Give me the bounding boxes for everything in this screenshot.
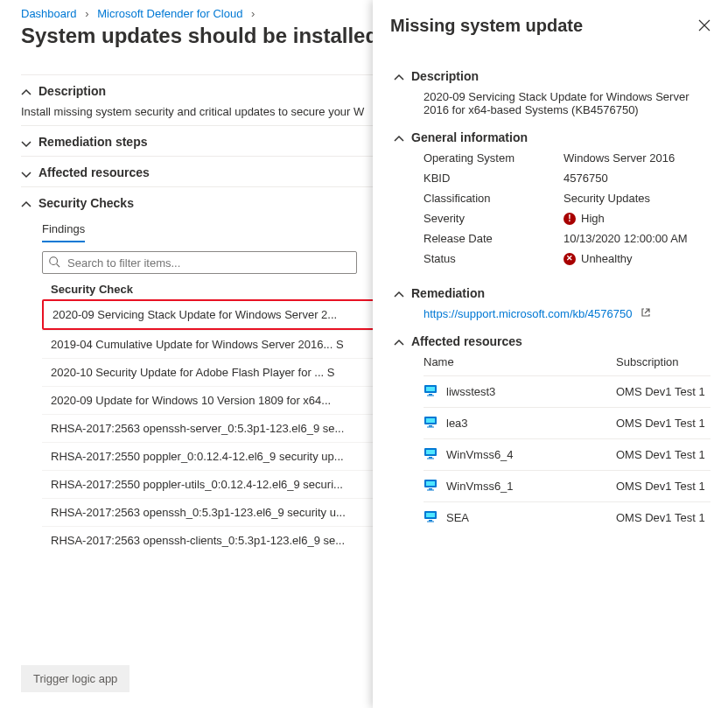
chevron-up-icon xyxy=(21,199,30,207)
severity-high-icon: ! xyxy=(564,213,576,225)
list-item[interactable]: RHSA-2017:2563 openssh-clients_0:5.3p1-1… xyxy=(42,526,374,554)
vm-icon xyxy=(424,446,438,463)
info-value: Security Updates xyxy=(564,192,710,205)
info-key: Severity xyxy=(424,212,564,225)
flyout-section-resources: Affected resources Name Subscription liw… xyxy=(390,327,710,540)
flyout-section-remediation: Remediation https://support.microsoft.co… xyxy=(390,279,710,327)
resources-header: Name Subscription xyxy=(424,355,710,368)
list-item[interactable]: 2019-04 Cumulative Update for Windows Se… xyxy=(42,330,374,358)
general-info-body: Operating SystemWindows Server 2016KBID4… xyxy=(424,151,710,265)
flyout-section-general: General information Operating SystemWind… xyxy=(390,123,710,279)
flyout-section-description: Description 2020-09 Servicing Stack Upda… xyxy=(390,62,710,123)
svg-rect-4 xyxy=(429,394,432,396)
info-value: ✕Unhealthy xyxy=(564,252,710,265)
flyout-title: Missing system update xyxy=(390,16,583,36)
svg-line-1 xyxy=(57,263,60,267)
search-input-wrap[interactable] xyxy=(42,251,357,274)
svg-rect-3 xyxy=(426,387,435,391)
breadcrumb-link-defender[interactable]: Microsoft Defender for Cloud xyxy=(97,7,242,20)
info-row: Status✕Unhealthy xyxy=(424,252,710,265)
list-item[interactable]: RHSA-2017:2563 openssh_0:5.3p1-123.el6_9… xyxy=(42,498,374,526)
svg-rect-21 xyxy=(427,522,434,522)
list-item[interactable]: 2020-09 Update for Windows 10 Version 18… xyxy=(42,386,374,414)
svg-rect-9 xyxy=(427,427,434,428)
info-value: 4576750 xyxy=(564,172,710,185)
resource-sub-cell: OMS Dev1 Test 1 xyxy=(616,448,710,461)
info-key: Classification xyxy=(424,192,564,205)
external-link-icon xyxy=(640,307,651,320)
chevron-up-icon xyxy=(394,72,402,81)
flyout-toggle-remediation[interactable]: Remediation xyxy=(394,286,710,300)
list-item[interactable]: 2020-09 Servicing Stack Update for Windo… xyxy=(42,299,374,330)
svg-rect-12 xyxy=(429,457,432,459)
search-input[interactable] xyxy=(66,256,351,270)
resource-name-cell: WinVmss6_1 xyxy=(424,478,616,494)
vm-icon xyxy=(424,478,438,494)
list-header: Security Check xyxy=(51,283,374,296)
info-key: Status xyxy=(424,252,564,265)
svg-rect-7 xyxy=(426,418,435,423)
info-value: !High xyxy=(564,212,710,225)
info-key: Operating System xyxy=(424,151,564,165)
close-icon[interactable] xyxy=(698,16,710,36)
section-label: Security Checks xyxy=(38,196,134,210)
resource-sub-cell: OMS Dev1 Test 1 xyxy=(616,511,710,524)
breadcrumb-link-dashboard[interactable]: Dashboard xyxy=(21,7,77,20)
table-row[interactable]: SEAOMS Dev1 Test 1 xyxy=(424,501,710,533)
section-label: Description xyxy=(38,84,106,98)
section-label: Description xyxy=(411,69,479,83)
svg-rect-8 xyxy=(429,425,432,427)
section-label: Affected resources xyxy=(411,334,522,348)
info-row: KBID4576750 xyxy=(424,172,710,185)
chevron-right-icon: › xyxy=(80,7,94,20)
info-value: 10/13/2020 12:00:00 AM xyxy=(564,232,710,245)
section-label: Remediation steps xyxy=(38,135,147,149)
list-item[interactable]: RHSA-2017:2550 poppler_0:0.12.4-12.el6_9… xyxy=(42,442,374,470)
chevron-down-icon xyxy=(21,168,30,177)
table-row[interactable]: liwsstest3OMS Dev1 Test 1 xyxy=(424,375,710,407)
tab-findings[interactable]: Findings xyxy=(42,222,85,242)
info-row: Release Date10/13/2020 12:00:00 AM xyxy=(424,232,710,245)
svg-rect-13 xyxy=(427,459,434,459)
resource-name-cell: WinVmss6_4 xyxy=(424,446,616,463)
chevron-down-icon xyxy=(21,137,30,146)
flyout-toggle-general[interactable]: General information xyxy=(394,130,710,144)
svg-rect-20 xyxy=(429,520,432,522)
svg-rect-19 xyxy=(426,513,435,517)
chevron-up-icon xyxy=(394,289,402,298)
chevron-up-icon xyxy=(21,87,30,95)
table-row[interactable]: WinVmss6_1OMS Dev1 Test 1 xyxy=(424,470,710,501)
info-row: Operating SystemWindows Server 2016 xyxy=(424,151,710,165)
remediation-link[interactable]: https://support.microsoft.com/kb/4576750 xyxy=(424,307,632,320)
resource-name-cell: lea3 xyxy=(424,415,616,431)
svg-rect-15 xyxy=(426,481,435,486)
search-icon xyxy=(48,256,60,270)
status-unhealthy-icon: ✕ xyxy=(564,253,576,265)
resource-name-cell: SEA xyxy=(424,509,616,526)
column-name: Name xyxy=(424,355,616,368)
info-row: ClassificationSecurity Updates xyxy=(424,192,710,205)
column-subscription: Subscription xyxy=(616,355,679,368)
vm-icon xyxy=(424,509,438,526)
svg-rect-16 xyxy=(429,488,432,490)
flyout-toggle-description[interactable]: Description xyxy=(394,69,710,83)
table-row[interactable]: lea3OMS Dev1 Test 1 xyxy=(424,407,710,438)
trigger-logic-app-button[interactable]: Trigger logic app xyxy=(21,665,130,692)
findings-list: 2020-09 Servicing Stack Update for Windo… xyxy=(42,299,374,554)
list-item[interactable]: RHSA-2017:2563 openssh-server_0:5.3p1-12… xyxy=(42,414,374,442)
section-label: Remediation xyxy=(411,286,485,300)
svg-point-0 xyxy=(50,256,58,264)
resources-body: liwsstest3OMS Dev1 Test 1lea3OMS Dev1 Te… xyxy=(424,375,710,533)
resource-sub-cell: OMS Dev1 Test 1 xyxy=(616,417,710,430)
list-item[interactable]: RHSA-2017:2550 poppler-utils_0:0.12.4-12… xyxy=(42,470,374,498)
list-item[interactable]: 2020-10 Security Update for Adobe Flash … xyxy=(42,358,374,386)
info-key: Release Date xyxy=(424,232,564,245)
info-row: Severity!High xyxy=(424,212,710,225)
resource-name-cell: liwsstest3 xyxy=(424,383,616,400)
chevron-up-icon xyxy=(394,337,402,346)
chevron-right-icon: › xyxy=(246,7,260,20)
section-label: General information xyxy=(411,130,528,144)
flyout-toggle-resources[interactable]: Affected resources xyxy=(394,334,710,348)
svg-rect-5 xyxy=(427,396,434,396)
table-row[interactable]: WinVmss6_4OMS Dev1 Test 1 xyxy=(424,438,710,470)
